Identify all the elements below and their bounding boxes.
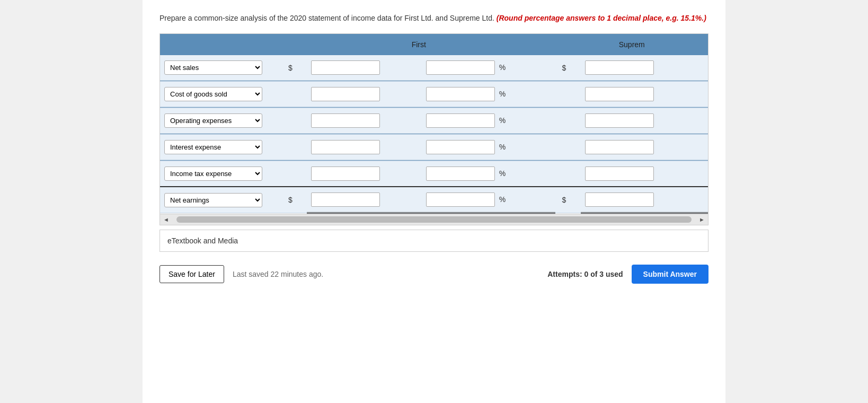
cogs-pct-first[interactable] [426, 87, 495, 101]
opex-label-cell: Operating expenses Net sales Cost of goo… [160, 108, 282, 134]
opex-dollar-placeholder-supreme [555, 108, 580, 134]
interest-amount-supreme-cell [581, 135, 696, 160]
interest-label-cell: Interest expense Net sales Cost of goods… [160, 135, 282, 160]
opex-amount-supreme[interactable] [585, 113, 654, 128]
scrollbar-track[interactable] [176, 216, 692, 223]
cogs-amount-supreme[interactable] [585, 87, 654, 101]
header-supreme: Suprem [555, 34, 708, 55]
cogs-amount-first[interactable] [311, 87, 380, 101]
interest-pct-first-cell: % [422, 135, 556, 160]
interest-amount-first-cell [307, 135, 422, 160]
net-sales-dollar-symbol-supreme: $ [555, 55, 580, 81]
opex-pct-supreme-cell [695, 108, 708, 134]
table-row: Interest expense Net sales Cost of goods… [160, 135, 708, 160]
attempts-text: Attempts: 0 of 3 used [547, 270, 623, 278]
net-sales-amount-supreme[interactable] [585, 60, 654, 75]
instructions: Prepare a common-size analysis of the 20… [160, 13, 708, 24]
cogs-label-cell: Cost of goods sold Net sales Operating e… [160, 82, 282, 107]
income-table-container: First Suprem Net sales Cost of goods sol… [160, 33, 708, 214]
netearnings-amount-supreme[interactable] [585, 192, 654, 207]
opex-amount-supreme-cell [581, 108, 696, 134]
netearnings-label-cell: Net earnings Net sales Cost of goods sol… [160, 187, 282, 213]
interest-pct-first[interactable] [426, 140, 495, 154]
net-sales-select[interactable]: Net sales Cost of goods sold Operating e… [164, 60, 262, 75]
tax-pct-symbol-first: % [497, 169, 508, 178]
netearnings-pct-first-cell: % [422, 187, 556, 213]
header-first: First [282, 34, 555, 55]
opex-amount-first[interactable] [311, 113, 380, 128]
scroll-left-arrow[interactable]: ◄ [160, 216, 172, 223]
scroll-right-arrow[interactable]: ► [696, 216, 708, 223]
interest-amount-first[interactable] [311, 140, 380, 154]
net-sales-amount-first[interactable] [311, 60, 380, 75]
netearnings-amount-first-cell [307, 187, 422, 213]
cogs-pct-supreme-cell [695, 82, 708, 107]
income-table: First Suprem Net sales Cost of goods sol… [160, 34, 708, 214]
tax-select[interactable]: Income tax expense Net sales Cost of goo… [164, 167, 262, 181]
last-saved-text: Last saved 22 minutes ago. [233, 270, 323, 278]
interest-amount-supreme[interactable] [585, 140, 654, 154]
cogs-dollar-placeholder-supreme [555, 82, 580, 107]
net-sales-amount-supreme-cell [581, 55, 696, 81]
opex-dollar-placeholder [282, 108, 307, 134]
etextbook-bar: eTextbook and Media [160, 230, 708, 252]
opex-pct-symbol-first: % [497, 116, 508, 125]
page-wrapper: Prepare a common-size analysis of the 20… [143, 0, 725, 403]
tax-label-cell: Income tax expense Net sales Cost of goo… [160, 161, 282, 187]
table-row: Cost of goods sold Net sales Operating e… [160, 82, 708, 107]
cogs-pct-first-cell: % [422, 82, 556, 107]
interest-pct-supreme-cell [695, 135, 708, 160]
instructions-main: Prepare a common-size analysis of the 20… [160, 14, 494, 22]
netearnings-amount-first[interactable] [311, 192, 380, 207]
interest-dollar-placeholder [282, 135, 307, 160]
bottom-bar: Save for Later Last saved 22 minutes ago… [160, 258, 708, 292]
net-sales-amount-first-cell [307, 55, 422, 81]
opex-pct-first[interactable] [426, 113, 495, 128]
net-sales-label-cell: Net sales Cost of goods sold Operating e… [160, 55, 282, 81]
opex-pct-first-cell: % [422, 108, 556, 134]
netearnings-amount-supreme-cell [581, 187, 696, 213]
opex-select[interactable]: Operating expenses Net sales Cost of goo… [164, 113, 262, 128]
tax-dollar-placeholder [282, 161, 307, 187]
cogs-select[interactable]: Cost of goods sold Net sales Operating e… [164, 87, 262, 101]
submit-answer-button[interactable]: Submit Answer [632, 265, 708, 284]
table-row: Operating expenses Net sales Cost of goo… [160, 108, 708, 134]
opex-amount-first-cell [307, 108, 422, 134]
tax-amount-first[interactable] [311, 167, 380, 181]
table-header-row: First Suprem [160, 34, 708, 55]
net-sales-pct-first[interactable] [426, 60, 495, 75]
interest-select[interactable]: Interest expense Net sales Cost of goods… [164, 140, 262, 154]
net-sales-pct-first-cell: % [422, 55, 556, 81]
tax-pct-first-cell: % [422, 161, 556, 187]
instructions-note: (Round percentage answers to 1 decimal p… [497, 14, 706, 22]
horizontal-scrollbar[interactable]: ◄ ► [160, 214, 708, 225]
interest-pct-symbol-first: % [497, 143, 508, 151]
netearnings-select[interactable]: Net earnings Net sales Cost of goods sol… [164, 193, 262, 207]
netearnings-pct-supreme-cell [695, 187, 708, 213]
etextbook-label: eTextbook and Media [167, 236, 238, 245]
netearnings-pct-symbol-first: % [497, 195, 508, 204]
tax-pct-first[interactable] [426, 167, 495, 181]
tax-dollar-placeholder-supreme [555, 161, 580, 187]
header-col-label [160, 34, 282, 55]
tax-amount-supreme-cell [581, 161, 696, 187]
table-row: Net earnings Net sales Cost of goods sol… [160, 187, 708, 213]
net-sales-dollar-symbol-first: $ [282, 55, 307, 81]
tax-amount-first-cell [307, 161, 422, 187]
netearnings-pct-first[interactable] [426, 192, 495, 207]
table-row: Income tax expense Net sales Cost of goo… [160, 161, 708, 187]
table-row: Net sales Cost of goods sold Operating e… [160, 55, 708, 81]
save-for-later-button[interactable]: Save for Later [160, 265, 224, 283]
net-sales-pct-supreme-cell [695, 55, 708, 81]
tax-pct-supreme-cell [695, 161, 708, 187]
netearnings-dollar-symbol-first: $ [282, 187, 307, 213]
cogs-pct-symbol-first: % [497, 90, 508, 98]
cogs-amount-first-cell [307, 82, 422, 107]
netearnings-dollar-symbol-supreme: $ [555, 187, 580, 213]
interest-dollar-placeholder-supreme [555, 135, 580, 160]
cogs-amount-supreme-cell [581, 82, 696, 107]
net-sales-pct-symbol-first: % [497, 63, 508, 72]
cogs-dollar-placeholder [282, 82, 307, 107]
tax-amount-supreme[interactable] [585, 167, 654, 181]
